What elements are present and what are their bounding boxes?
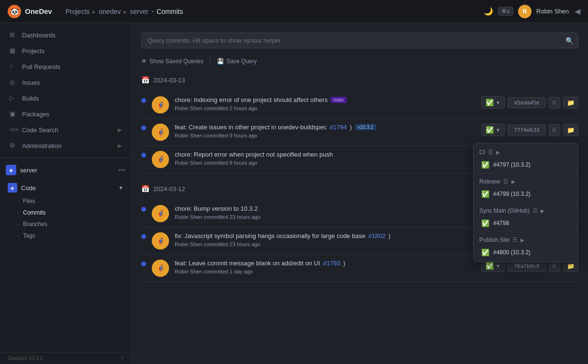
project-name[interactable]: server <box>20 167 114 174</box>
commit-hash[interactable]: 77f4e633 <box>508 125 546 136</box>
timeline-dot <box>141 125 146 130</box>
kbd-shortcut[interactable]: ⌘ k <box>498 7 514 16</box>
commit-info: chore: Bump version to 10.3.2 Robin Shen… <box>175 205 475 220</box>
breadcrumb-onedev[interactable]: onedev <box>99 8 121 15</box>
sidebar-item-files[interactable]: - Files <box>0 195 131 207</box>
copy-hash-button[interactable]: ⎘ <box>549 124 560 136</box>
list-item[interactable]: ✅ #4798 <box>474 217 578 229</box>
check-icon: ✅ <box>481 249 489 256</box>
user-name[interactable]: Robin Shen <box>536 8 569 15</box>
app-name: OneDev <box>25 7 52 15</box>
sidebar-item-code-search[interactable]: </> Code Search ▶ <box>2 122 129 137</box>
list-item[interactable]: ✅ #4797 (10.3.2) <box>474 159 578 171</box>
timeline-dot <box>141 98 146 103</box>
ci-dropdown-panel: CI ☰ ▶ ✅ #4797 (10.3.2) Relea <box>473 143 578 262</box>
sidebar-item-administration[interactable]: ⚙ Administration ▶ <box>2 138 129 153</box>
commit-hash[interactable]: a5eda45e <box>508 97 546 108</box>
project-more-actions[interactable]: ••• <box>118 166 125 174</box>
project-icon: ◈ <box>6 165 16 175</box>
list-item[interactable]: ✅ #4799 (10.3.2) <box>474 188 578 200</box>
app-logo: 🐼 <box>8 5 21 18</box>
list-item[interactable]: ✅ #4800 (10.3.2) <box>474 246 578 259</box>
issue-link[interactable]: #1794 <box>329 124 347 131</box>
breadcrumb-projects[interactable]: Projects <box>66 8 90 15</box>
browse-at-commit-button[interactable]: 📁 <box>563 97 578 109</box>
show-saved-queries-button[interactable]: 👁 Show Saved Queries <box>141 56 204 67</box>
search-icon: 🔍 <box>565 37 574 45</box>
sidebar-item-projects[interactable]: ▦ Projects <box>2 43 129 58</box>
play-icon[interactable]: ▶ <box>541 208 544 214</box>
commit-meta: Robin Shen committed 23 hours ago <box>175 214 475 220</box>
commit-meta: Robin Shen committed 1 day ago <box>175 269 475 274</box>
sidebar: ⊞ Dashboards ▦ Projects ⑂ Pull Requests … <box>0 23 132 364</box>
chevron-down-icon: ▼ <box>496 127 500 133</box>
theme-toggle[interactable]: 🌙 <box>484 7 493 16</box>
browse-at-commit-button[interactable]: 📁 <box>563 124 578 136</box>
packages-icon: ▣ <box>10 110 17 118</box>
play-icon[interactable]: ▶ <box>496 149 500 156</box>
ci-section-release: Release ☰ ▶ <box>474 175 578 188</box>
issue-link[interactable]: #1802 <box>368 232 385 239</box>
calendar-icon: 📅 <box>141 185 149 193</box>
code-nav-header[interactable]: ◈ Code ▼ <box>0 180 131 195</box>
breadcrumb-current: Commits <box>157 8 183 15</box>
check-icon: ✅ <box>481 161 489 169</box>
commit-message: chore: Bump version to 10.3.2 <box>175 205 475 212</box>
builds-icon: ▷ <box>10 94 17 102</box>
commit-info: chore: Indexing error of one project sho… <box>175 96 475 111</box>
calendar-icon: 📅 <box>141 76 149 84</box>
sidebar-nav: ⊞ Dashboards ▦ Projects ⑂ Pull Requests … <box>0 23 131 158</box>
ci-section-sync: Sync Main (GitHub) ☰ ▶ <box>474 205 578 217</box>
sidebar-item-builds[interactable]: ▷ Builds <box>2 91 129 106</box>
tag-main: main <box>330 97 347 103</box>
ci-section-ci: CI ☰ ▶ <box>474 146 578 159</box>
commit-message: chore: Indexing error of one project sho… <box>175 96 475 103</box>
logo-area[interactable]: 🐼 OneDev <box>8 5 52 18</box>
save-query-button[interactable]: 💾 Save Query <box>217 56 257 67</box>
sync-build-id: #4798 <box>493 220 509 227</box>
commit-info: feat: Leave commit message blank on add/… <box>175 260 475 274</box>
date-group-2024-03-13: 📅 2024-03-13 🦸 chore: Indexing error of … <box>141 74 578 173</box>
issue-link[interactable]: #1793 <box>323 260 340 267</box>
breadcrumb-server[interactable]: server <box>130 8 148 15</box>
code-search-icon: </> <box>10 126 17 134</box>
issues-icon: ◎ <box>10 79 17 86</box>
commit-actions: ✅ ▼ 77f4e633 ⎘ 📁 CI ☰ ▶ <box>481 124 578 136</box>
publish-build-id: #4800 (10.3.2) <box>493 249 531 256</box>
user-avatar[interactable]: R <box>518 5 531 18</box>
commit-query-input[interactable] <box>141 33 578 48</box>
timeline-dot <box>141 207 146 212</box>
avatar: 🦸 <box>152 151 169 168</box>
play-icon[interactable]: ▶ <box>511 179 515 185</box>
play-icon[interactable]: ▶ <box>520 237 524 243</box>
sidebar-item-packages[interactable]: ▣ Packages <box>2 106 129 122</box>
sidebar-collapse-button[interactable]: ◀ <box>575 7 580 16</box>
sidebar-item-issues[interactable]: ◎ Issues <box>2 75 129 90</box>
sidebar-item-pull-requests[interactable]: ⑂ Pull Requests <box>2 59 129 74</box>
table-row: 🦸 chore: Indexing error of one project s… <box>141 91 578 119</box>
commit-actions: ✅ ▼ a5eda45e ⎘ 📁 <box>481 96 578 109</box>
commit-meta: Robin Shen committed 23 hours ago <box>175 241 475 247</box>
chevron-right-icon: ▶ <box>118 127 122 133</box>
copy-hash-button[interactable]: ⎘ <box>549 97 560 109</box>
date-header: 📅 2024-03-13 <box>141 74 578 86</box>
check-circle-icon: ✅ <box>486 126 494 134</box>
avatar: 🦸 <box>152 124 169 141</box>
table-row: 🦸 feat: Create issues in other project i… <box>141 119 578 146</box>
sidebar-item-commits[interactable]: - Commits <box>0 207 131 218</box>
ci-status-button[interactable]: ✅ ▼ <box>481 96 505 109</box>
sidebar-item-dashboards[interactable]: ⊞ Dashboards <box>2 27 129 43</box>
sidebar-item-branches[interactable]: - Branches <box>0 218 131 230</box>
help-icon[interactable]: ? <box>121 355 124 361</box>
eye-icon: 👁 <box>141 58 147 65</box>
admin-gear-icon: ⚙ <box>10 142 17 149</box>
timeline-dot <box>141 262 146 266</box>
ci-status-button-active[interactable]: ✅ ▼ <box>481 124 505 136</box>
check-icon: ✅ <box>481 190 489 198</box>
list-icon: ☰ <box>488 149 493 156</box>
save-icon: 💾 <box>217 58 224 65</box>
sidebar-item-tags[interactable]: - Tags <box>0 230 131 241</box>
commit-meta: Robin Shen committed 2 hours ago <box>175 105 475 111</box>
grid-icon: ⊞ <box>10 31 17 39</box>
avatar: 🦸 <box>152 205 169 222</box>
